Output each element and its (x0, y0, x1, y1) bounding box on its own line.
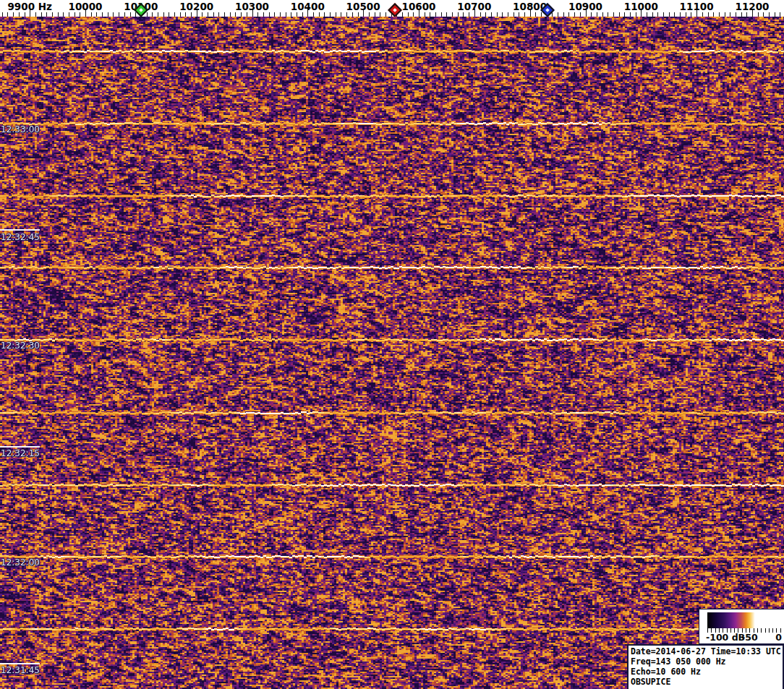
spectrum-waterfall-window: 9900 Hz100001010010200103001040010500106… (0, 0, 784, 689)
frequency-label: 11000 (624, 1, 658, 12)
amplitude-gradient-bar (707, 612, 784, 628)
time-label: 12:32:30 (1, 341, 40, 351)
scale-label-max: 0 (775, 632, 782, 643)
time-label: 12:32:00 (1, 557, 40, 568)
frequency-label: 10400 (291, 1, 325, 12)
frequency-label: 10600 (402, 1, 436, 12)
time-label: 12:33:00 (1, 124, 40, 134)
frequency-label: 10200 (179, 1, 213, 12)
observation-info-box: Date=2014-06-27 Time=10:33 UTCFreq=143 0… (627, 644, 784, 689)
frequency-label: 10900 (568, 1, 602, 12)
scale-label-min: -100 dB (706, 632, 745, 643)
frequency-label: 10000 (69, 1, 103, 12)
frequency-label: 11200 (736, 1, 770, 12)
time-label: 12:32:15 (1, 448, 40, 458)
amplitude-color-scale[interactable]: -100 dB -50 0 (699, 609, 784, 644)
marker-center-dot (393, 8, 397, 12)
frequency-scale-ruler[interactable]: 9900 Hz100001010010200103001040010500106… (0, 0, 784, 17)
frequency-label: 9900 Hz (7, 1, 51, 12)
time-label: 12:32:45 (1, 232, 40, 242)
frequency-label: 10500 (346, 1, 380, 12)
info-line: Echo=10 600 Hz (631, 667, 782, 677)
frequency-marker-red[interactable] (388, 3, 402, 17)
marker-center-dot (139, 8, 143, 12)
frequency-label: 10700 (457, 1, 491, 12)
info-line: Freq=143 050 000 Hz (631, 656, 782, 667)
marker-center-dot (545, 8, 550, 12)
info-line: Date=2014-06-27 Time=10:33 UTC (631, 646, 782, 656)
info-line: OBSUPICE (631, 677, 782, 687)
time-label: 12:31:45 (1, 665, 40, 675)
spectrogram-waterfall[interactable] (0, 17, 784, 689)
frequency-label: 10300 (235, 1, 269, 12)
scale-label-mid: -50 (741, 632, 758, 643)
frequency-label: 11100 (680, 1, 714, 12)
